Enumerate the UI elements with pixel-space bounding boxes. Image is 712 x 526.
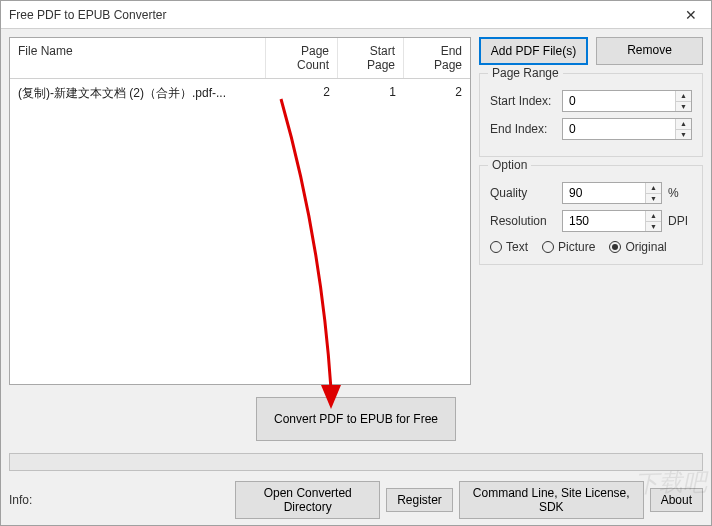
info-label: Info: <box>9 493 229 507</box>
content-area: File Name Page Count Start Page End Page… <box>1 29 711 525</box>
end-index-input[interactable] <box>563 119 675 139</box>
option-title: Option <box>488 158 531 172</box>
option-group: Option Quality ▲▼ % Resolution ▲▼ <box>479 165 703 265</box>
cell-endpage: 2 <box>404 83 470 104</box>
table-body: (复制)-新建文本文档 (2)（合并）.pdf-... 2 1 2 <box>10 79 470 384</box>
spin-up-icon[interactable]: ▲ <box>646 211 661 222</box>
spin-up-icon[interactable]: ▲ <box>676 119 691 130</box>
spin-down-icon[interactable]: ▼ <box>646 194 661 204</box>
spin-up-icon[interactable]: ▲ <box>646 183 661 194</box>
table-header: File Name Page Count Start Page End Page <box>10 38 470 79</box>
convert-button[interactable]: Convert PDF to EPUB for Free <box>256 397 456 441</box>
register-button[interactable]: Register <box>386 488 453 512</box>
add-pdf-button[interactable]: Add PDF File(s) <box>479 37 588 65</box>
file-table[interactable]: File Name Page Count Start Page End Page… <box>9 37 471 385</box>
quality-input[interactable] <box>563 183 645 203</box>
remove-button[interactable]: Remove <box>596 37 703 65</box>
app-window: Free PDF to EPUB Converter ✕ File Name P… <box>0 0 712 526</box>
spin-down-icon[interactable]: ▼ <box>676 102 691 112</box>
spin-down-icon[interactable]: ▼ <box>646 222 661 232</box>
col-filename[interactable]: File Name <box>10 38 266 78</box>
end-index-spinner[interactable]: ▲▼ <box>562 118 692 140</box>
radio-picture[interactable]: Picture <box>542 240 595 254</box>
resolution-suffix: DPI <box>668 214 692 228</box>
about-button[interactable]: About <box>650 488 703 512</box>
table-row[interactable]: (复制)-新建文本文档 (2)（合并）.pdf-... 2 1 2 <box>10 79 470 108</box>
end-index-label: End Index: <box>490 122 556 136</box>
open-directory-button[interactable]: Open Converted Directory <box>235 481 380 519</box>
quality-spinner[interactable]: ▲▼ <box>562 182 662 204</box>
cell-filename: (复制)-新建文本文档 (2)（合并）.pdf-... <box>10 83 266 104</box>
cmdline-button[interactable]: Command Line, Site License, SDK <box>459 481 644 519</box>
radio-original[interactable]: Original <box>609 240 666 254</box>
cell-startpage: 1 <box>338 83 404 104</box>
output-mode-radios: Text Picture Original <box>490 240 692 254</box>
page-range-group: Page Range Start Index: ▲▼ End Index: ▲▼ <box>479 73 703 157</box>
progress-bar <box>9 453 703 471</box>
col-startpage[interactable]: Start Page <box>338 38 404 78</box>
side-panel: Add PDF File(s) Remove Page Range Start … <box>479 37 703 385</box>
resolution-input[interactable] <box>563 211 645 231</box>
resolution-label: Resolution <box>490 214 556 228</box>
start-index-label: Start Index: <box>490 94 556 108</box>
page-range-title: Page Range <box>488 66 563 80</box>
radio-text[interactable]: Text <box>490 240 528 254</box>
quality-suffix: % <box>668 186 692 200</box>
start-index-spinner[interactable]: ▲▼ <box>562 90 692 112</box>
cell-pagecount: 2 <box>266 83 338 104</box>
title-bar: Free PDF to EPUB Converter ✕ <box>1 1 711 29</box>
col-endpage[interactable]: End Page <box>404 38 470 78</box>
resolution-spinner[interactable]: ▲▼ <box>562 210 662 232</box>
spin-up-icon[interactable]: ▲ <box>676 91 691 102</box>
window-title: Free PDF to EPUB Converter <box>9 8 166 22</box>
bottom-bar: Info: Open Converted Directory Register … <box>9 481 703 519</box>
spin-down-icon[interactable]: ▼ <box>676 130 691 140</box>
close-icon[interactable]: ✕ <box>679 7 703 23</box>
start-index-input[interactable] <box>563 91 675 111</box>
quality-label: Quality <box>490 186 556 200</box>
col-pagecount[interactable]: Page Count <box>266 38 338 78</box>
